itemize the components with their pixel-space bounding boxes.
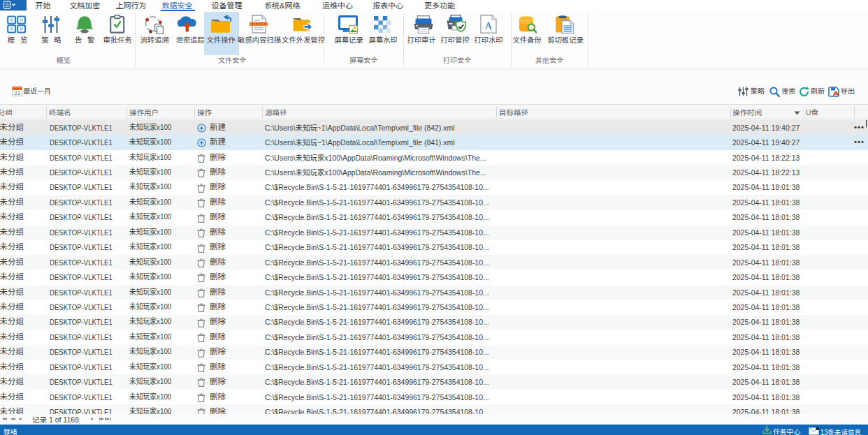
svg-text:A: A: [485, 20, 493, 31]
svg-text:23: 23: [14, 90, 20, 96]
